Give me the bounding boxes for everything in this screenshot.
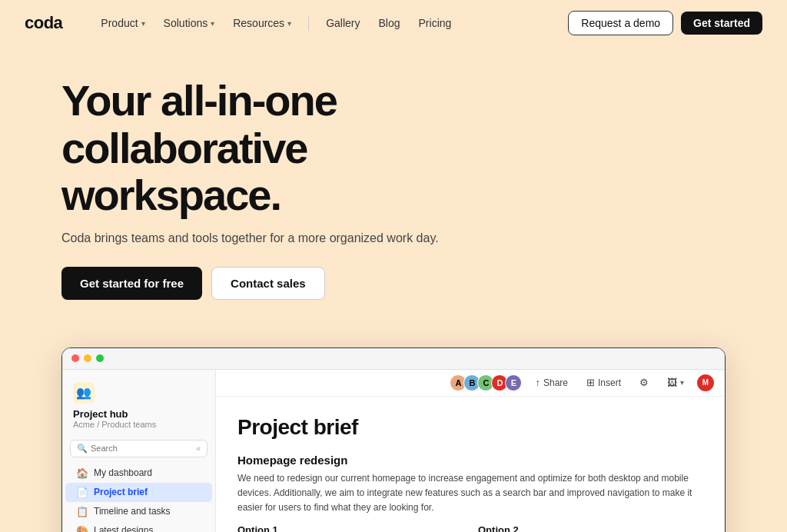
user-avatar[interactable]: M (697, 374, 714, 391)
window-minimize-dot[interactable] (84, 354, 91, 362)
option2-col: Option 2 We spend the next quarter desig… (478, 524, 703, 532)
option1-label: Option 1 (237, 524, 463, 532)
sidebar: 👥 Project hub Acme / Product teams 🔍 « 🏠… (62, 370, 216, 532)
nav-gallery[interactable]: Gallery (318, 12, 367, 34)
nav-resources[interactable]: Resources ▾ (225, 12, 299, 34)
avatar-group: A B C D E (453, 374, 522, 391)
insert-icon: ⊞ (586, 377, 595, 388)
hero-buttons: Get started for free Contact sales (61, 267, 726, 300)
hero-subtitle: Coda brings teams and tools together for… (61, 231, 726, 245)
nav-links: Product ▾ Solutions ▾ Resources ▾ Galler… (93, 12, 568, 34)
contact-sales-button[interactable]: Contact sales (211, 267, 325, 300)
avatar: E (505, 374, 522, 391)
sidebar-title: Project hub (73, 408, 204, 420)
window-titlebar (62, 348, 725, 370)
chevron-down-icon: ▾ (211, 19, 214, 28)
sidebar-items: 🏠 My dashboard 📄 Project brief 📋 Timelin… (62, 464, 215, 532)
sidebar-item-timeline[interactable]: 📋 Timeline and tasks (65, 502, 212, 521)
share-button[interactable]: ↑ Share (530, 374, 573, 391)
content-toolbar: A B C D E ↑ Share ⊞ Insert ⚙ (216, 370, 725, 397)
view-icon: 🖼 (667, 377, 677, 388)
search-input[interactable] (91, 444, 193, 453)
gear-icon: ⚙ (639, 377, 649, 388)
settings-button[interactable]: ⚙ (634, 374, 654, 391)
navbar: coda Product ▾ Solutions ▾ Resources ▾ G… (0, 0, 787, 46)
options-row: Option 1 We take an iterative approach a… (237, 524, 703, 532)
sidebar-subtitle: Acme / Product teams (73, 420, 204, 429)
option2-label: Option 2 (478, 524, 703, 532)
view-button[interactable]: 🖼 ▾ (662, 374, 689, 391)
sidebar-search-bar[interactable]: 🔍 « (70, 440, 208, 457)
brief-icon: 📄 (76, 487, 88, 498)
window-body: 👥 Project hub Acme / Product teams 🔍 « 🏠… (62, 370, 725, 532)
dashboard-icon: 🏠 (76, 467, 88, 479)
request-demo-button[interactable]: Request a demo (568, 11, 673, 35)
collapse-icon[interactable]: « (196, 444, 201, 453)
sidebar-header: 👥 Project hub Acme / Product teams (62, 377, 215, 437)
share-icon: ↑ (535, 377, 540, 388)
hero-title: Your all-in-one collaborative workspace. (61, 77, 507, 219)
window-maximize-dot[interactable] (96, 354, 104, 362)
nav-solutions[interactable]: Solutions ▾ (156, 12, 223, 34)
chevron-down-icon: ▾ (287, 19, 291, 28)
search-icon: 🔍 (77, 444, 88, 454)
window-close-dot[interactable] (71, 354, 79, 362)
doc-body: Project brief Homepage redesign We need … (216, 397, 725, 532)
nav-divider (308, 15, 309, 31)
nav-product[interactable]: Product ▾ (93, 12, 152, 34)
sidebar-item-designs[interactable]: 🎨 Latest designs (65, 521, 212, 532)
nav-pricing[interactable]: Pricing (411, 12, 460, 34)
sidebar-item-dashboard[interactable]: 🏠 My dashboard (65, 464, 212, 483)
sidebar-item-project-brief[interactable]: 📄 Project brief (65, 483, 212, 502)
insert-button[interactable]: ⊞ Insert (581, 374, 626, 391)
option1-col: Option 1 We take an iterative approach a… (237, 524, 463, 532)
get-started-nav-button[interactable]: Get started (681, 12, 762, 35)
nav-blog[interactable]: Blog (370, 12, 407, 34)
nav-right: Request a demo Get started (568, 11, 762, 35)
designs-icon: 🎨 (76, 525, 88, 532)
section1-body: We need to redesign our current homepage… (237, 471, 703, 516)
hero-section: Your all-in-one collaborative workspace.… (0, 46, 787, 347)
chevron-down-icon: ▾ (680, 378, 684, 387)
chevron-down-icon: ▾ (141, 19, 145, 28)
doc-title: Project brief (237, 415, 703, 440)
app-window: 👥 Project hub Acme / Product teams 🔍 « 🏠… (61, 347, 726, 532)
main-content: A B C D E ↑ Share ⊞ Insert ⚙ (216, 370, 725, 532)
sidebar-icon: 👥 (73, 382, 95, 404)
timeline-icon: 📋 (76, 506, 88, 517)
logo[interactable]: coda (25, 13, 62, 33)
section1-title: Homepage redesign (237, 454, 703, 467)
get-started-free-button[interactable]: Get started for free (61, 267, 202, 300)
